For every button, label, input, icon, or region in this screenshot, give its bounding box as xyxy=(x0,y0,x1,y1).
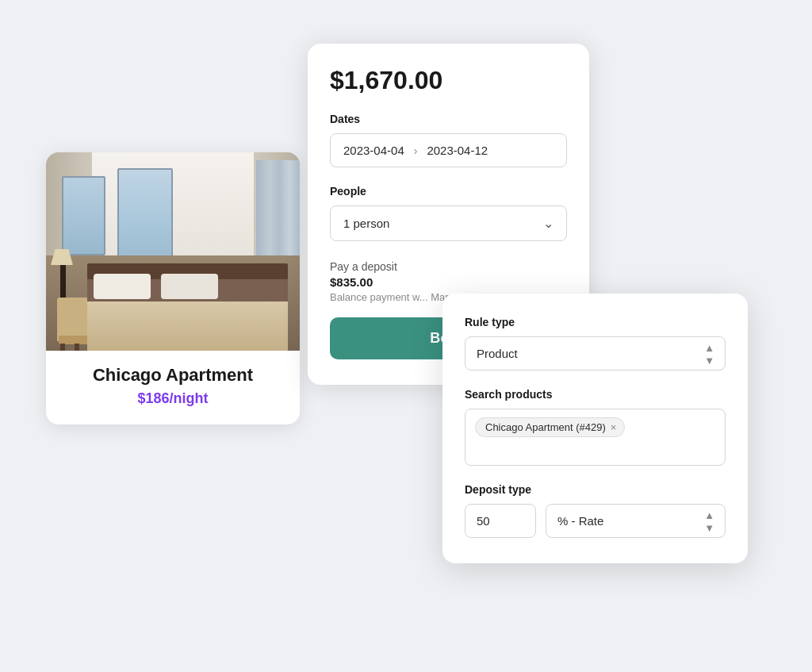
booking-total-price: $1,670.00 xyxy=(330,66,567,95)
rule-type-label: Rule type xyxy=(465,316,726,328)
search-products-label: Search products xyxy=(465,388,726,401)
property-card-info: Chicago Apartment $186/night xyxy=(46,351,300,424)
property-price: $186/night xyxy=(62,390,284,407)
rule-panel: Rule type Product Category All ▲ ▼ Searc… xyxy=(442,294,748,563)
people-dropdown[interactable]: 1 person ⌄ xyxy=(330,205,567,241)
product-tag-label: Chicago Apartment (#429) xyxy=(485,421,606,433)
property-card: Chicago Apartment $186/night xyxy=(46,152,300,424)
product-tag: Chicago Apartment (#429) × xyxy=(475,417,625,437)
chevron-down-icon: ⌄ xyxy=(543,216,553,231)
deposit-type-label: Deposit type xyxy=(465,483,726,496)
property-image xyxy=(46,152,300,351)
rule-type-select-wrapper: Product Category All ▲ ▼ xyxy=(465,336,726,371)
product-tag-remove-button[interactable]: × xyxy=(611,422,617,432)
date-arrow-icon: › xyxy=(414,144,418,157)
dates-label: Dates xyxy=(330,113,567,125)
deposit-value-input[interactable] xyxy=(465,504,536,538)
people-value: 1 person xyxy=(343,217,389,230)
search-products-box[interactable]: Chicago Apartment (#429) × xyxy=(465,409,726,466)
date-range-selector[interactable]: 2023-04-04 › 2023-04-12 xyxy=(330,133,567,167)
property-name: Chicago Apartment xyxy=(62,365,284,386)
deposit-label: Pay a deposit xyxy=(330,260,567,273)
deposit-type-row: % - Rate Fixed amount ▲ ▼ xyxy=(465,504,726,538)
date-from: 2023-04-04 xyxy=(343,144,404,157)
people-label: People xyxy=(330,185,567,198)
date-to: 2023-04-12 xyxy=(427,144,488,157)
rule-type-select[interactable]: Product Category All xyxy=(465,336,726,371)
deposit-type-select[interactable]: % - Rate Fixed amount xyxy=(546,504,726,538)
deposit-amount: $835.00 xyxy=(330,275,567,289)
deposit-type-select-wrapper: % - Rate Fixed amount ▲ ▼ xyxy=(546,504,726,538)
